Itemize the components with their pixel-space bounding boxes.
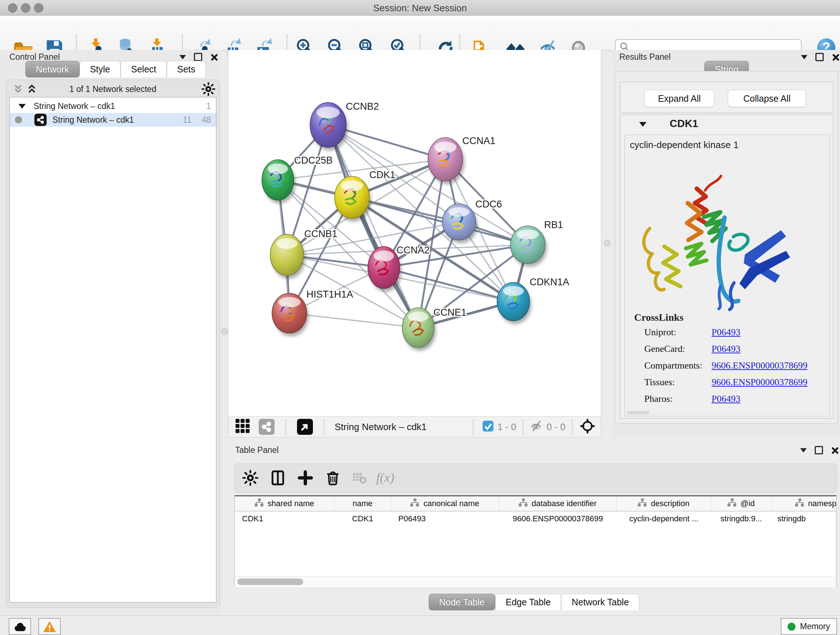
crosslink-row: Compartments:9606.ENSP00000378699 <box>644 360 807 371</box>
add-column-icon[interactable] <box>294 468 316 488</box>
crosslink-value[interactable]: P06493 <box>712 327 740 337</box>
column-header-description[interactable]: description <box>617 496 711 511</box>
panel-close-icon[interactable] <box>831 447 838 454</box>
network-node-CCNE1[interactable] <box>402 308 436 351</box>
crosslink-value[interactable]: P06493 <box>712 394 740 404</box>
network-node-CCNB2[interactable] <box>310 103 348 150</box>
network-node-CDK1[interactable] <box>335 176 371 222</box>
crosslink-value[interactable]: 9606.ENSP00000378699 <box>712 377 807 387</box>
results-panel-title: Results Panel <box>619 52 671 62</box>
crosslink-label: Uniprot: <box>644 327 712 338</box>
network-tree-root-row[interactable]: String Network – cdk1 1 <box>10 99 216 113</box>
column-header-label: namespace <box>808 499 836 508</box>
network-node-CCNB1[interactable] <box>270 234 305 279</box>
function-builder-fx[interactable]: f(x) <box>376 470 394 485</box>
network-node-CDKN1A[interactable] <box>497 282 531 324</box>
vertical-splitter-handle[interactable] <box>221 328 228 335</box>
section-title: CDK1 <box>669 118 698 130</box>
tab-sets[interactable]: Sets <box>167 61 206 78</box>
column-header-canonical-name[interactable]: canonical name <box>391 496 499 511</box>
crosslink-value[interactable]: P06493 <box>712 344 740 354</box>
results-splitter-handle[interactable] <box>604 240 611 247</box>
hidden-eye-icon[interactable] <box>529 419 544 435</box>
tab-edge-table[interactable]: Edge Table <box>495 594 561 610</box>
column-header--id[interactable]: @id <box>711 496 772 511</box>
results-scrollbar[interactable] <box>627 411 649 415</box>
crosslink-row: Pharos:P06493 <box>644 394 740 404</box>
expand-all-button[interactable]: Expand All <box>644 90 714 107</box>
node-label: CDKN1A <box>530 277 569 287</box>
title-bar: Session: New Session <box>0 0 840 16</box>
warning-button[interactable] <box>38 618 61 635</box>
memory-label: Memory <box>800 622 830 631</box>
memory-button[interactable]: Memory <box>781 618 837 635</box>
panel-close-icon[interactable] <box>210 54 218 61</box>
panel-float-icon[interactable] <box>815 446 823 454</box>
tab-style[interactable]: Style <box>80 61 121 78</box>
selected-checkbox-icon[interactable] <box>482 420 494 433</box>
network-node-CDC6[interactable] <box>442 204 477 243</box>
table-cell[interactable]: CDK1 <box>334 511 391 526</box>
network-status-dot-icon <box>15 116 22 124</box>
tab-node-table[interactable]: Node Table <box>429 594 495 610</box>
table-cell[interactable]: CDK1 <box>235 511 334 526</box>
table-cell[interactable]: stringdb:9... <box>711 511 772 526</box>
table-cell[interactable]: 9606.ENSP00000378699 <box>499 511 617 526</box>
collapse-all-button[interactable]: Collapse All <box>728 90 806 107</box>
node-label: CDC6 <box>475 199 502 210</box>
column-header-namespace[interactable]: namespace <box>772 496 836 511</box>
tab-select[interactable]: Select <box>120 61 166 78</box>
table-cell[interactable]: stringdb <box>772 511 836 526</box>
network-options-gear-icon[interactable] <box>202 82 215 96</box>
grid-view-icon[interactable] <box>235 418 251 435</box>
tab-network[interactable]: Network <box>25 61 80 78</box>
control-panel-title: Control Panel <box>9 52 60 62</box>
panel-collapse-icon[interactable] <box>180 55 186 59</box>
table-hscrollbar-track[interactable] <box>235 576 836 587</box>
cloud-button[interactable] <box>9 618 31 635</box>
panel-collapse-icon[interactable] <box>801 55 807 59</box>
tree-expand-icon[interactable] <box>19 104 26 109</box>
network-selection-status: 1 of 1 Network selected <box>6 84 219 94</box>
network-view-title: String Network – cdk1 <box>335 421 426 432</box>
delete-column-trash-icon[interactable] <box>322 468 344 488</box>
node-table[interactable]: shared namenamecanonical namedatabase id… <box>234 495 836 587</box>
collection-count: 1 <box>206 101 211 111</box>
node-count: 11 <box>183 115 192 125</box>
table-options-gear-icon[interactable] <box>240 468 261 488</box>
section-collapse-icon[interactable] <box>639 122 646 127</box>
tab-network-table[interactable]: Network Table <box>561 594 639 610</box>
network-share-icon[interactable] <box>259 419 275 435</box>
protein-structure-image <box>630 156 796 312</box>
table-cell[interactable]: cyclin-dependent ... <box>617 511 711 526</box>
network-node-RB1[interactable] <box>510 226 547 267</box>
panel-close-icon[interactable] <box>832 54 839 61</box>
birdseye-view-icon[interactable] <box>297 419 313 435</box>
panel-float-icon[interactable] <box>194 53 202 61</box>
network-type-icon <box>34 114 47 126</box>
network-collection-label: String Network – cdk1 <box>34 101 115 111</box>
status-bar: Memory <box>0 616 840 635</box>
show-columns-icon[interactable] <box>267 468 289 488</box>
table-hscrollbar-thumb[interactable] <box>237 578 303 585</box>
table-cell[interactable]: P06493 <box>391 511 499 526</box>
node-label: HIST1H1A <box>306 289 353 300</box>
column-header-database-identifier[interactable]: database identifier <box>499 496 617 511</box>
delete-table-icon[interactable] <box>349 468 370 488</box>
network-tree-item-row[interactable]: String Network – cdk1 11 48 <box>10 113 216 127</box>
panel-float-icon[interactable] <box>815 53 824 61</box>
node-label: CCNA1 <box>462 135 496 146</box>
cloud-icon <box>13 621 27 632</box>
network-edge[interactable] <box>289 313 418 328</box>
column-header-label: @id <box>741 499 755 508</box>
network-node-HIST1H1A[interactable] <box>272 293 309 336</box>
network-view-toolbar: String Network – cdk1 1 - 0 0 - 0 <box>228 416 601 437</box>
network-node-CCNA1[interactable] <box>428 138 464 184</box>
table-row[interactable]: CDK1CDK1P064939606.ENSP00000378699cyclin… <box>235 511 836 526</box>
crosslink-value[interactable]: 9606.ENSP00000378699 <box>712 360 807 371</box>
network-view-canvas[interactable]: CCNB2CCNA1CDC25BCDK1CDC6RB1CCNB1CCNA2CDK… <box>228 50 601 416</box>
column-header-name[interactable]: name <box>334 496 391 511</box>
panel-collapse-icon[interactable] <box>800 448 807 453</box>
fit-selection-crosshair-icon[interactable] <box>580 418 595 435</box>
column-header-shared-name[interactable]: shared name <box>235 496 334 511</box>
